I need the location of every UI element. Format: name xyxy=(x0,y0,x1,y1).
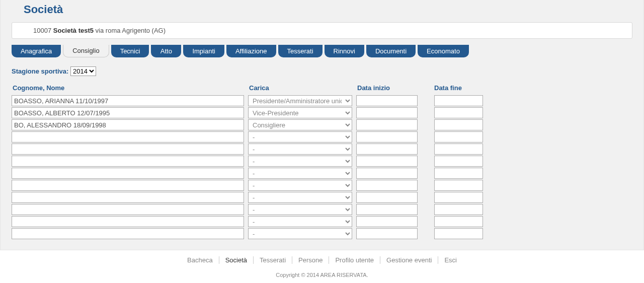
date-end-input[interactable] xyxy=(434,95,483,106)
date-end-input[interactable] xyxy=(434,204,483,215)
table-row: -Presidente/Amministratore unicoVice-Pre… xyxy=(12,107,632,119)
name-input[interactable] xyxy=(12,204,244,215)
role-select[interactable]: -Presidente/Amministratore unicoVice-Pre… xyxy=(248,119,352,130)
date-end-input[interactable] xyxy=(434,180,483,191)
company-summary: 10007 Società test5 via roma Agrigento (… xyxy=(12,22,632,39)
role-select[interactable]: -Presidente/Amministratore unicoVice-Pre… xyxy=(248,131,352,143)
tab-economato[interactable]: Economato xyxy=(418,45,469,57)
date-start-input[interactable] xyxy=(356,192,418,203)
tab-atto[interactable]: Atto xyxy=(151,45,181,57)
footer-link-profilo-utente[interactable]: Profilo utente xyxy=(329,256,380,264)
date-start-input[interactable] xyxy=(356,131,418,143)
date-end-input[interactable] xyxy=(434,168,483,179)
role-select[interactable]: -Presidente/Amministratore unicoVice-Pre… xyxy=(248,107,352,118)
name-input[interactable] xyxy=(12,131,244,143)
footer-link-esci[interactable]: Esci xyxy=(438,256,463,264)
date-start-input[interactable] xyxy=(356,156,418,167)
tab-anagrafica[interactable]: Anagrafica xyxy=(12,45,61,57)
date-start-input[interactable] xyxy=(356,216,418,227)
page-title: Società xyxy=(12,0,632,22)
date-end-input[interactable] xyxy=(434,107,483,118)
name-input[interactable] xyxy=(12,95,244,106)
tab-documenti[interactable]: Documenti xyxy=(366,45,416,57)
role-select[interactable]: -Presidente/Amministratore unicoVice-Pre… xyxy=(248,180,352,191)
date-start-input[interactable] xyxy=(356,168,418,179)
footer-link-tesserati[interactable]: Tesserati xyxy=(254,256,292,264)
date-start-input[interactable] xyxy=(356,144,418,155)
name-input[interactable] xyxy=(12,192,244,203)
tab-impianti[interactable]: Impianti xyxy=(183,45,224,57)
role-select[interactable]: -Presidente/Amministratore unicoVice-Pre… xyxy=(248,204,352,215)
tab-tesserati[interactable]: Tesserati xyxy=(278,45,323,57)
table-row: -Presidente/Amministratore unicoVice-Pre… xyxy=(12,131,632,143)
role-select[interactable]: -Presidente/Amministratore unicoVice-Pre… xyxy=(248,192,352,203)
date-start-input[interactable] xyxy=(356,119,418,130)
footer-link-persone[interactable]: Persone xyxy=(292,256,329,264)
table-row: -Presidente/Amministratore unicoVice-Pre… xyxy=(12,167,632,179)
date-start-input[interactable] xyxy=(356,180,418,191)
tab-bar: AnagraficaConsiglioTecniciAttoImpiantiAf… xyxy=(12,45,632,57)
col-header-end: Data fine xyxy=(422,82,487,95)
table-row: -Presidente/Amministratore unicoVice-Pre… xyxy=(12,119,632,131)
copyright: Copyright © 2014 AREA RISERVATA. xyxy=(0,267,644,282)
col-header-role: Carica xyxy=(248,82,356,95)
season-label: Stagione sportiva: xyxy=(12,67,68,75)
role-select[interactable]: -Presidente/Amministratore unicoVice-Pre… xyxy=(248,156,352,167)
table-row: -Presidente/Amministratore unicoVice-Pre… xyxy=(12,143,632,155)
date-end-input[interactable] xyxy=(434,216,483,227)
footer-link-gestione-eventi[interactable]: Gestione eventi xyxy=(380,256,438,264)
table-row: -Presidente/Amministratore unicoVice-Pre… xyxy=(12,179,632,191)
role-select[interactable]: -Presidente/Amministratore unicoVice-Pre… xyxy=(248,228,352,239)
role-select[interactable]: -Presidente/Amministratore unicoVice-Pre… xyxy=(248,216,352,227)
name-input[interactable] xyxy=(12,107,244,118)
table-row: -Presidente/Amministratore unicoVice-Pre… xyxy=(12,216,632,228)
role-select[interactable]: -Presidente/Amministratore unicoVice-Pre… xyxy=(248,168,352,179)
footer-nav: BachecaSocietàTesseratiPersoneProfilo ut… xyxy=(181,256,463,264)
tab-rinnovi[interactable]: Rinnovi xyxy=(325,45,364,57)
company-address: via roma Agrigento (AG) xyxy=(96,27,166,34)
col-header-name: Cognome, Nome xyxy=(12,82,248,95)
name-input[interactable] xyxy=(12,216,244,227)
footer: BachecaSocietàTesseratiPersoneProfilo ut… xyxy=(0,250,644,267)
table-row: -Presidente/Amministratore unicoVice-Pre… xyxy=(12,95,632,107)
date-end-input[interactable] xyxy=(434,192,483,203)
tab-consiglio[interactable]: Consiglio xyxy=(63,45,109,57)
company-name: Società test5 xyxy=(53,27,94,34)
date-end-input[interactable] xyxy=(434,144,483,155)
date-start-input[interactable] xyxy=(356,204,418,215)
date-start-input[interactable] xyxy=(356,228,418,239)
council-table: Cognome, Nome Carica Data inizio Data fi… xyxy=(12,82,632,240)
footer-link-bacheca[interactable]: Bacheca xyxy=(181,256,219,264)
footer-link-società[interactable]: Società xyxy=(219,256,254,264)
tab-affiliazione[interactable]: Affiliazione xyxy=(226,45,276,57)
table-row: -Presidente/Amministratore unicoVice-Pre… xyxy=(12,228,632,240)
date-end-input[interactable] xyxy=(434,119,483,130)
company-code: 10007 xyxy=(33,27,51,34)
name-input[interactable] xyxy=(12,180,244,191)
col-header-start: Data inizio xyxy=(356,82,422,95)
role-select[interactable]: -Presidente/Amministratore unicoVice-Pre… xyxy=(248,144,352,155)
name-input[interactable] xyxy=(12,144,244,155)
name-input[interactable] xyxy=(12,119,244,130)
date-end-input[interactable] xyxy=(434,131,483,143)
date-end-input[interactable] xyxy=(434,228,483,239)
date-start-input[interactable] xyxy=(356,107,418,118)
date-start-input[interactable] xyxy=(356,95,418,106)
table-row: -Presidente/Amministratore unicoVice-Pre… xyxy=(12,155,632,167)
table-row: -Presidente/Amministratore unicoVice-Pre… xyxy=(12,203,632,216)
tab-tecnici[interactable]: Tecnici xyxy=(111,45,149,57)
name-input[interactable] xyxy=(12,228,244,239)
date-end-input[interactable] xyxy=(434,156,483,167)
name-input[interactable] xyxy=(12,156,244,167)
role-select[interactable]: -Presidente/Amministratore unicoVice-Pre… xyxy=(248,95,352,106)
season-select[interactable]: 2014 xyxy=(70,66,96,76)
table-row: -Presidente/Amministratore unicoVice-Pre… xyxy=(12,191,632,203)
name-input[interactable] xyxy=(12,168,244,179)
